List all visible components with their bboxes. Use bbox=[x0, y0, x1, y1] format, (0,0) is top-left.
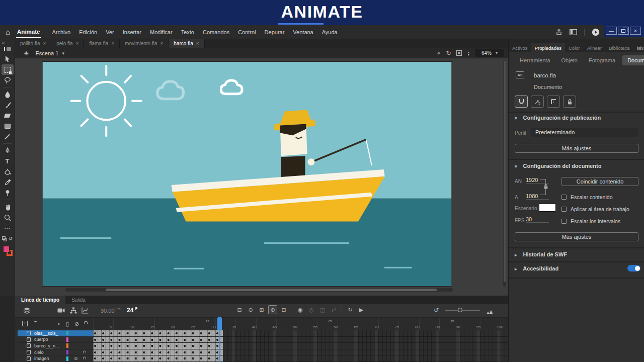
menu-item-ventana[interactable]: Ventana bbox=[293, 29, 313, 35]
menu-item-ayuda[interactable]: Ayuda bbox=[322, 29, 338, 35]
stage-color-swatch[interactable] bbox=[539, 204, 556, 212]
onion-skin-button[interactable]: ◉ bbox=[296, 305, 305, 314]
menu-item-edicio-n[interactable]: Edición bbox=[79, 29, 97, 35]
panel-tab-propiedades[interactable]: Propiedades bbox=[531, 43, 565, 52]
document-settings-header[interactable]: ▾ Configuración del documento bbox=[515, 163, 601, 169]
fill-color-swatch[interactable] bbox=[3, 246, 10, 252]
hide-column-icon[interactable]: ⊘ bbox=[74, 321, 79, 327]
frame-row-olas-sols[interactable] bbox=[93, 330, 508, 337]
rotate-stage-icon[interactable]: ↻ bbox=[446, 50, 451, 57]
layers-icon[interactable] bbox=[23, 307, 31, 314]
rectangle-tool[interactable] bbox=[2, 121, 14, 131]
frame-size-icon[interactable]: ▲ ▲ bbox=[486, 307, 494, 313]
filled-frames[interactable] bbox=[93, 343, 223, 349]
selection-tool[interactable] bbox=[2, 54, 14, 64]
insert-keyframe-button[interactable]: ⊙ bbox=[246, 305, 255, 314]
close-icon[interactable]: × bbox=[43, 41, 46, 46]
panel-tab-alinear[interactable]: Alinear bbox=[584, 43, 606, 52]
timeline-ruler[interactable]: 1s2s3s 510152025303540455055606570758085… bbox=[93, 317, 508, 330]
menu-item-animate[interactable]: Animate bbox=[16, 26, 41, 38]
snap-magnet-button[interactable] bbox=[515, 96, 528, 108]
slider-knob[interactable] bbox=[458, 308, 462, 312]
frame-row-barco-y-n[interactable] bbox=[93, 343, 508, 349]
filled-frames[interactable] bbox=[93, 330, 223, 336]
frame-row-imagen[interactable] bbox=[93, 355, 508, 362]
text-tool[interactable]: T bbox=[2, 156, 14, 166]
layer-row-barco-y-n[interactable]: barco_y_n... bbox=[18, 343, 93, 349]
zoom-level-select[interactable]: 64% ▾ bbox=[475, 49, 504, 57]
scene-name[interactable]: Escena 1 bbox=[36, 50, 59, 56]
layer-row-cuerpo[interactable]: cuerpo bbox=[18, 337, 93, 343]
asset-warp-tool[interactable] bbox=[2, 188, 14, 198]
menu-item-insertar[interactable]: Insertar bbox=[123, 29, 141, 35]
lasso-tool[interactable] bbox=[2, 75, 14, 85]
publish-more-settings-button[interactable]: Más ajustes bbox=[515, 144, 638, 153]
profile-select[interactable]: Predeterminado bbox=[531, 128, 638, 137]
current-frame[interactable]: 24 F bbox=[127, 307, 137, 314]
canvas-area[interactable] bbox=[15, 58, 508, 296]
layer-row-imagen[interactable]: imagen⊘ bbox=[18, 355, 93, 362]
scale-content-row[interactable]: Escalar contenido bbox=[561, 194, 612, 200]
layer-row-olas-sols[interactable]: olas__sols_ bbox=[18, 330, 93, 337]
test-movie-icon[interactable] bbox=[592, 28, 600, 36]
loop-button[interactable]: ↻ bbox=[346, 305, 355, 314]
color-swatches[interactable] bbox=[3, 246, 13, 256]
accessibility-toggle[interactable] bbox=[627, 265, 640, 272]
pen-tool[interactable] bbox=[2, 145, 14, 156]
menu-item-ver[interactable]: Ver bbox=[106, 29, 114, 35]
swap-colors[interactable]: ↺ bbox=[2, 233, 14, 244]
close-icon[interactable]: × bbox=[196, 41, 199, 46]
close-icon[interactable]: × bbox=[160, 41, 164, 46]
workspace-icon[interactable] bbox=[570, 29, 577, 35]
lock-guides-button[interactable] bbox=[563, 96, 576, 108]
more-tools[interactable]: ⋯ bbox=[2, 223, 14, 233]
doc-tab-movimiento-fla[interactable]: movimiento.fla× bbox=[120, 39, 169, 48]
tween-span-button[interactable]: ⇄ bbox=[329, 305, 338, 314]
accessibility-header[interactable]: ▸ Accesibilidad bbox=[515, 265, 558, 272]
outline-column-icon[interactable]: ▯ bbox=[66, 321, 69, 327]
vertical-scrollbar[interactable] bbox=[504, 61, 506, 282]
insert-frame-button[interactable]: ⊡ bbox=[235, 305, 244, 314]
delete-frame-button[interactable]: ⊟ bbox=[279, 305, 288, 314]
zoom-stepper[interactable]: ▴ ▾ bbox=[467, 51, 469, 56]
play-button[interactable]: ▶ bbox=[357, 305, 366, 314]
filled-frames[interactable] bbox=[93, 337, 223, 343]
classic-brush-tool[interactable] bbox=[2, 100, 14, 110]
publish-settings-header[interactable]: ▾ Configuración de publicación bbox=[515, 115, 601, 121]
camera-icon[interactable] bbox=[57, 308, 65, 313]
menu-item-archivo[interactable]: Archivo bbox=[52, 29, 70, 35]
layer-hidden-icon[interactable]: ⊘ bbox=[74, 356, 78, 361]
swf-history-header[interactable]: ▸ Historial de SWF bbox=[515, 251, 567, 257]
close-icon[interactable]: × bbox=[76, 41, 79, 46]
apply-workarea-row[interactable]: Aplicar al área de trabajo bbox=[561, 206, 629, 212]
link-lock-icon[interactable] bbox=[543, 184, 549, 190]
horizontal-scrollbar[interactable] bbox=[106, 289, 437, 291]
doc-tab-pollito-fla[interactable]: pollito.fla× bbox=[15, 39, 51, 48]
minimize-button[interactable]: — bbox=[606, 27, 617, 35]
fps-value[interactable]: 30 bbox=[526, 216, 549, 223]
menu-item-comandos[interactable]: Comandos bbox=[203, 29, 229, 35]
checkbox-icon[interactable] bbox=[561, 195, 567, 200]
stage[interactable] bbox=[42, 61, 452, 287]
auto-keyframe-button[interactable]: ⊕ bbox=[268, 305, 277, 314]
filled-frames[interactable] bbox=[93, 349, 223, 355]
menu-item-depurar[interactable]: Depurar bbox=[265, 29, 285, 35]
fluid-brush-tool[interactable] bbox=[2, 89, 14, 100]
insert-blank-keyframe-button[interactable]: ⊞ bbox=[257, 305, 266, 314]
eraser-tool[interactable] bbox=[2, 110, 14, 121]
share-icon[interactable] bbox=[555, 29, 562, 36]
checkbox-icon[interactable] bbox=[561, 207, 567, 212]
menu-item-texto[interactable]: Texto bbox=[181, 29, 194, 35]
subtab-objeto[interactable]: Objeto bbox=[557, 55, 582, 65]
eyedropper-tool[interactable] bbox=[2, 177, 14, 188]
doc-tab-barco-fla[interactable]: barco.fla× bbox=[169, 39, 204, 48]
document-more-settings-button[interactable]: Más ajustes bbox=[515, 232, 638, 241]
subtab-fotograma[interactable]: Fotograma bbox=[585, 55, 619, 65]
snap-align-button[interactable]: 5 bbox=[531, 96, 544, 108]
scale-spans-row[interactable]: Escalar los intervalos bbox=[561, 218, 620, 224]
clip-content-icon[interactable] bbox=[456, 50, 462, 56]
graph-editor-icon[interactable] bbox=[82, 307, 89, 314]
reset-timeline-zoom-icon[interactable]: ↺ bbox=[434, 307, 439, 314]
stepper-down-icon[interactable]: ▾ bbox=[467, 53, 469, 56]
panel-tab-biblioteca[interactable]: Biblioteca bbox=[605, 43, 633, 52]
